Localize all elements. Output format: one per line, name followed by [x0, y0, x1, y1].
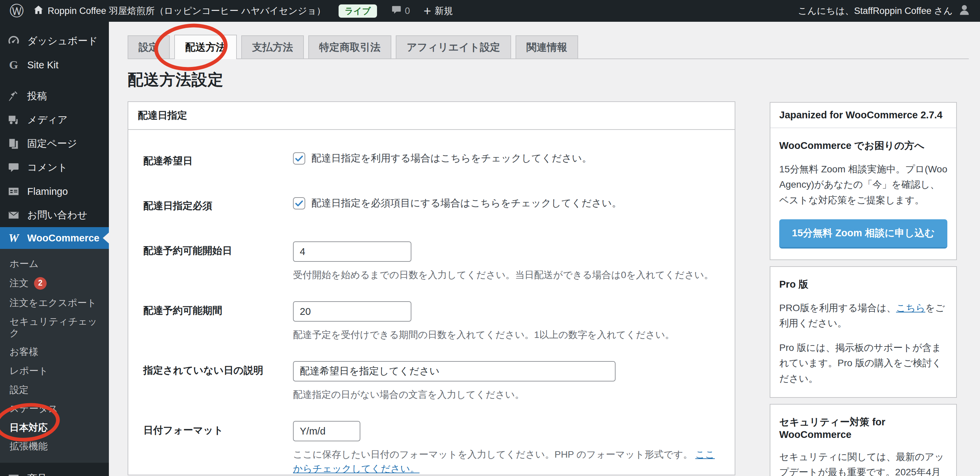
page-title: 配送方法設定 [127, 69, 980, 90]
pro-card: Pro 版 PRO版を利用する場合は、こちらをご利用ください。 Pro 版には、… [770, 266, 957, 398]
start-days-input[interactable] [293, 241, 411, 262]
dashboard-icon [7, 35, 21, 48]
plugin-title: Japanized for WooCommerce 2.7.4 [770, 103, 956, 128]
no-date-text-input[interactable] [293, 361, 616, 381]
mail-icon [7, 209, 21, 221]
submenu-item-security-check[interactable]: セキュリティチェック [0, 312, 109, 343]
pro-here-link[interactable]: こちら [896, 303, 925, 313]
tab-affiliate-settings[interactable]: アフィリエイト設定 [396, 35, 511, 59]
comment-bubble-icon [391, 5, 401, 17]
sidebar-item-products[interactable]: 商品 [0, 467, 109, 476]
period-input[interactable] [293, 301, 411, 322]
submenu-item-extensions[interactable]: 拡張機能 [0, 437, 109, 456]
submenu-item-orders[interactable]: 注文 2 [0, 273, 109, 294]
submenu-item-customers[interactable]: お客様 [0, 343, 109, 362]
avatar[interactable] [958, 4, 970, 18]
security-text: セキュリティに関しては、最新のアップデートが最も重要です。2025年4月から制定… [779, 449, 947, 476]
required-checkbox[interactable] [293, 197, 305, 209]
desired-date-checkbox[interactable] [293, 152, 305, 165]
field-label: 配達予約可能期間 [128, 301, 293, 342]
security-heading: セキュリティー対策 for WooCommerce [779, 416, 947, 440]
field-help: 配達指定の日がない場合の文言を入力してください。 [293, 387, 721, 402]
sidebar-item-label: 投稿 [27, 89, 47, 103]
products-box-icon [7, 473, 21, 476]
pro-heading: Pro 版 [779, 278, 947, 291]
address-book-icon [7, 185, 21, 198]
site-kit-google-icon: G [7, 59, 21, 71]
sidebar-item-dashboard[interactable]: ダッシュボード [0, 29, 109, 53]
comments-shortcut[interactable]: 0 [391, 5, 410, 17]
tab-payment-method[interactable]: 支払方法 [241, 35, 304, 59]
home-icon [33, 5, 43, 17]
pro-text-2: Pro 版には、掲示板のサポートが含まれています。Pro 版の購入をご検討くださ… [779, 340, 947, 386]
current-menu-arrow [103, 233, 109, 243]
sidebar-item-comments[interactable]: コメント [0, 156, 109, 179]
zoom-consult-button[interactable]: 15分無料 Zoom 相談に申し込む [779, 219, 947, 249]
submenu-item-japan-support[interactable]: 日本対応 [0, 418, 109, 437]
sidebar-item-label: メディア [27, 113, 68, 127]
site-home-link[interactable]: Roppin Coffee 羽屋焙煎所（ロッピンコーヒー ハヤバイセンジョ） [33, 5, 326, 17]
sidebar-item-label: コメント [27, 161, 68, 175]
form-row-no-date-text: 指定されていない日の説明 配達指定の日がない場合の文言を入力してください。 [128, 361, 721, 402]
tab-related-info[interactable]: 関連情報 [515, 35, 578, 59]
admin-bar: Ⓦ Roppin Coffee 羽屋焙煎所（ロッピンコーヒー ハヤバイセンジョ）… [0, 0, 980, 22]
submenu-item-export-orders[interactable]: 注文をエクスポート [0, 294, 109, 313]
sidebar-item-posts[interactable]: 投稿 [0, 84, 109, 108]
form-row-start-days: 配達予約可能開始日 受付開始を始めるまでの日数を入力してください。当日配送ができ… [128, 241, 721, 282]
sidebar-item-label: WooCommerce [27, 233, 99, 244]
sidebar-item-label: Flamingo [27, 186, 68, 197]
site-name: Roppin Coffee 羽屋焙煎所（ロッピンコーヒー ハヤバイセンジョ） [48, 5, 326, 17]
help-text: 15分無料 Zoom 相談実施中。プロ(Woo Agency)があなたの「今」を… [779, 162, 947, 208]
date-format-input[interactable] [293, 421, 360, 441]
submenu-item-status[interactable]: ステータス [0, 399, 109, 418]
form-row-date-format: 日付フォーマット ここに保存したい日付のフォーマットを入力してください。PHP … [128, 421, 721, 475]
woocommerce-icon: W [7, 232, 21, 244]
sidebar-item-pages[interactable]: 固定ページ [0, 132, 109, 156]
tab-shipping-method[interactable]: 配送方法 [174, 35, 237, 59]
admin-sidebar: ダッシュボード G Site Kit 投稿 メディア 固定ページ [0, 22, 109, 476]
form-row-desired-date: 配達希望日 配達日指定を利用する場合はこちらをチェックしてください。 [128, 152, 721, 168]
sidebar-item-label: Site Kit [27, 59, 59, 71]
checkbox-description: 配達日指定を必須項目にする場合はこちらをチェックしてください。 [311, 197, 622, 210]
comment-count: 0 [405, 6, 410, 16]
field-help: 受付開始を始めるまでの日数を入力してください。当日配送ができる場合は0を入れてく… [293, 268, 721, 282]
sidebar-item-label: 商品 [27, 472, 47, 476]
field-help: 配達予定を受付けできる期間の日数を入れてください。1以上の数字を入れてください。 [293, 328, 721, 342]
sidebar-item-contact[interactable]: お問い合わせ [0, 203, 109, 227]
pages-icon [7, 138, 21, 150]
sidebar-item-flamingo[interactable]: Flamingo [0, 179, 109, 203]
delivery-date-panel: 配達日指定 配達希望日 配達日指定を利用する場合はこちらをチェックしてください。… [127, 101, 735, 475]
panel-header: 配達日指定 [128, 102, 735, 130]
form-row-period: 配達予約可能期間 配達予定を受付けできる期間の日数を入れてください。1以上の数字… [128, 301, 721, 342]
new-content-button[interactable]: + 新規 [424, 5, 453, 17]
help-heading: WooCommerce でお困りの方へ [779, 139, 947, 153]
field-label: 日付フォーマット [128, 421, 293, 475]
field-help: ここに保存したい日付のフォーマットを入力してください。PHP のフォーマット形式… [293, 447, 721, 475]
account-greeting[interactable]: こんにちは、StaffRoppin Coffee さん [798, 5, 953, 17]
field-label: 配達日指定必須 [128, 197, 293, 213]
woocommerce-submenu: ホーム 注文 2 注文をエクスポート セキュリティチェック お客様 レポート 設… [0, 249, 109, 463]
security-card: セキュリティー対策 for WooCommerce セキュリティに関しては、最新… [770, 404, 957, 476]
comment-icon [7, 162, 21, 173]
field-label: 配達希望日 [128, 152, 293, 168]
field-label: 配達予約可能開始日 [128, 241, 293, 282]
sidebar-item-label: お問い合わせ [27, 208, 88, 222]
live-badge: ライブ [339, 5, 377, 18]
sidebar-item-label: 固定ページ [27, 137, 77, 151]
new-label: 新規 [434, 5, 453, 17]
sidebar-item-media[interactable]: メディア [0, 108, 109, 132]
pro-text-1: PRO版を利用する場合は、こちらをご利用ください。 [779, 300, 947, 331]
menu-separator [0, 77, 109, 84]
sidebar-item-woocommerce[interactable]: W WooCommerce [0, 227, 109, 249]
plugin-info-sidebar: Japanized for WooCommerce 2.7.4 WooComme… [770, 102, 957, 476]
sidebar-item-site-kit[interactable]: G Site Kit [0, 53, 109, 77]
submenu-item-reports[interactable]: レポート [0, 362, 109, 381]
media-icon [7, 114, 21, 126]
plus-icon: + [424, 6, 431, 16]
tab-specified-commercial-law[interactable]: 特定商取引法 [308, 35, 391, 59]
wordpress-logo-icon[interactable]: Ⓦ [10, 4, 24, 18]
settings-tabs: 設定 配送方法 支払方法 特定商取引法 アフィリエイト設定 関連情報 [127, 35, 969, 59]
submenu-item-home[interactable]: ホーム [0, 254, 109, 273]
submenu-item-settings[interactable]: 設定 [0, 381, 109, 400]
tab-settings[interactable]: 設定 [127, 35, 170, 59]
